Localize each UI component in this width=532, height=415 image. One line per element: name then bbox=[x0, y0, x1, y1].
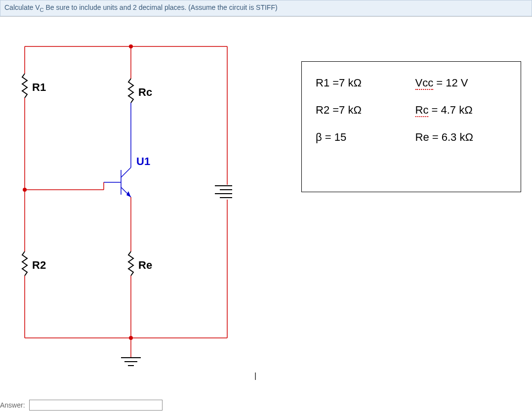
label-r1: R1 bbox=[32, 81, 46, 93]
question-header: Calculate VC Be sure to include units an… bbox=[0, 0, 532, 16]
param-rc-label: Rc bbox=[415, 104, 429, 117]
param-r2: R2 =7 kΩ bbox=[312, 101, 411, 119]
question-text-before: Calculate V bbox=[4, 3, 40, 11]
text-cursor-mark: | bbox=[254, 372, 256, 380]
param-rc: Rc = 4.7 kΩ bbox=[411, 101, 511, 119]
param-rc-val: = 4.7 kΩ bbox=[428, 104, 472, 116]
param-beta: β = 15 bbox=[312, 128, 411, 146]
param-vcc-val: = 12 V bbox=[433, 77, 468, 89]
param-re: Re = 6.3 kΩ bbox=[411, 128, 511, 146]
svg-line-14 bbox=[121, 167, 131, 177]
svg-point-27 bbox=[129, 44, 133, 48]
param-vcc: Vcc = 12 V bbox=[411, 74, 511, 92]
label-r2: R2 bbox=[32, 259, 46, 271]
answer-label: Answer: bbox=[0, 401, 25, 409]
label-re: Re bbox=[138, 259, 152, 271]
question-subscript: C bbox=[40, 7, 44, 13]
question-text-after: Be sure to include units and 2 decimal p… bbox=[44, 3, 278, 11]
answer-row: Answer: bbox=[0, 400, 163, 411]
svg-point-29 bbox=[129, 336, 133, 340]
main-content-area: R1 Rc U1 R2 Re Vcc R1 =7 kΩ Vcc = 12 V R… bbox=[0, 16, 532, 17]
parameters-box: R1 =7 kΩ Vcc = 12 V R2 =7 kΩ Rc = 4.7 kΩ… bbox=[301, 61, 521, 192]
label-u1: U1 bbox=[136, 155, 150, 167]
label-rc: Rc bbox=[138, 86, 152, 98]
answer-input[interactable] bbox=[29, 400, 163, 411]
circuit-diagram: R1 Rc U1 R2 Re Vcc bbox=[20, 42, 232, 368]
param-vcc-label: Vcc bbox=[415, 77, 434, 90]
svg-marker-20 bbox=[126, 191, 131, 197]
param-r1: R1 =7 kΩ bbox=[312, 74, 411, 92]
svg-point-28 bbox=[23, 188, 27, 192]
